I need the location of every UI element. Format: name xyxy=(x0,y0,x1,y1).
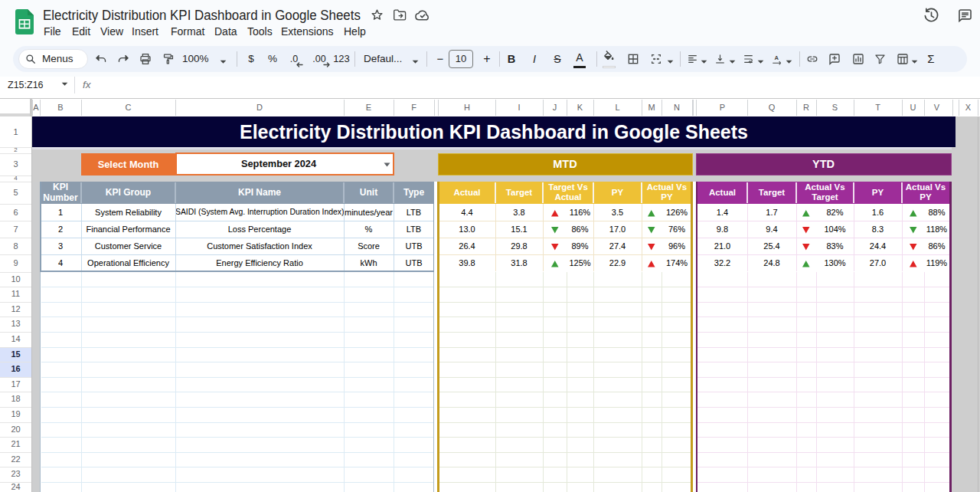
svg-text:A: A xyxy=(775,54,779,61)
